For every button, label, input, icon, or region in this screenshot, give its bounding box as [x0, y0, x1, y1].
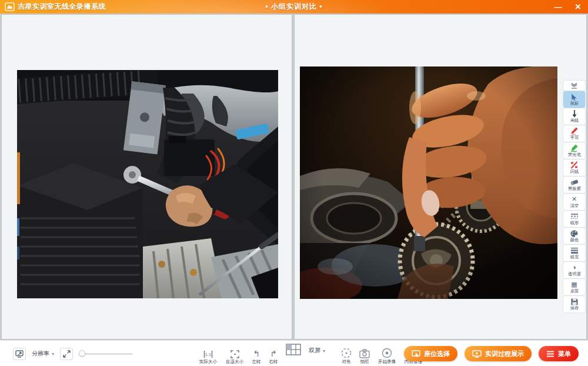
tool-label: 荧光笔	[567, 152, 580, 157]
fit-screen-icon	[230, 348, 239, 358]
slider-track	[79, 353, 133, 355]
rotate-right-icon: ↱	[270, 348, 277, 358]
tool-color[interactable]: 颜色	[563, 228, 585, 244]
tool-line-style[interactable]: 线形	[563, 211, 585, 227]
tool-label: 闪线	[570, 169, 579, 174]
rotate-right-button[interactable]: ↱ 右转	[269, 348, 278, 364]
resolution-dropdown[interactable]: 分辨率 ▾	[32, 350, 54, 358]
button-label: 左转	[252, 360, 260, 364]
tool-label: 黑板擦	[567, 187, 580, 191]
engine-bay-ratchet-repair-photo	[17, 70, 278, 298]
actual-size-button[interactable]: 1:1 实际大小	[199, 348, 218, 364]
button-label: 菜单	[558, 350, 571, 358]
tool-label: 手写	[570, 135, 579, 139]
screen-share-button[interactable]	[13, 348, 26, 360]
tool-label: 线宽	[570, 255, 579, 259]
tool-label: 画线	[570, 118, 579, 122]
focus-button[interactable]: 对焦	[341, 348, 352, 364]
annotation-toolbar: 鼠标 画线 手写 荧光笔	[563, 81, 585, 312]
tool-draw-line[interactable]: 画线	[563, 108, 585, 125]
screen-share-icon	[15, 350, 24, 358]
screen-layout-dropdown[interactable]: 双屏 ▾	[309, 347, 325, 355]
focus-icon	[341, 348, 352, 358]
tool-label: 线形	[570, 221, 579, 225]
title-bar: 吉星实训室无线全录播系统 • 小组实训对比 • — ✕	[0, 0, 588, 14]
fullscreen-button[interactable]	[60, 348, 73, 360]
handwriting-pen-icon	[570, 127, 578, 135]
close-button[interactable]: ✕	[568, 0, 588, 14]
resolution-label: 分辨率	[32, 350, 49, 358]
blackboard-eraser-icon	[570, 178, 579, 186]
record-icon	[382, 348, 392, 358]
bottom-toolbar: 分辨率 ▾ 1:1 实际大小	[0, 340, 588, 366]
tool-label: 保存	[570, 306, 579, 310]
fit-size-button[interactable]: 合适大小	[225, 348, 244, 364]
button-label: 实际大小	[199, 360, 217, 364]
tool-opacity[interactable]: ◑ 透明度	[563, 262, 585, 278]
button-label: 合适大小	[226, 360, 243, 364]
chevron-collapse-icon	[571, 83, 577, 89]
app-logo-icon	[5, 2, 15, 11]
seat-select-icon	[412, 350, 420, 358]
layout-label: 双屏	[309, 347, 320, 355]
gearbox-screwdriver-repair-photo	[300, 66, 557, 299]
sidebar-collapse-button[interactable]	[563, 81, 585, 91]
tool-clear[interactable]: ✕ 清空	[563, 194, 585, 210]
button-label: 右转	[269, 360, 278, 364]
button-label: 对焦	[342, 360, 350, 364]
tool-label: 鼠标	[570, 101, 579, 105]
line-width-icon	[570, 247, 579, 254]
button-label: 拍照	[360, 360, 369, 364]
draw-line-icon	[572, 110, 577, 118]
hamburger-menu-icon	[546, 351, 554, 357]
button-label: 实训过程展示	[485, 350, 524, 358]
one-to-one-icon: 1:1	[203, 348, 213, 358]
process-show-button[interactable]: 实训过程展示	[465, 346, 532, 361]
dashed-flash-line-icon	[570, 161, 578, 169]
page-title: • 小组实训对比 •	[265, 2, 322, 12]
compare-panel-left	[1, 14, 292, 340]
chevron-down-icon: ▾	[52, 351, 54, 357]
menu-button[interactable]: 菜单	[539, 346, 579, 361]
slider-handle[interactable]	[79, 350, 85, 357]
tool-flash-line[interactable]: 闪线	[563, 159, 585, 176]
button-label: 开始录像	[378, 360, 396, 364]
tool-mouse[interactable]: 鼠标	[563, 91, 585, 108]
tool-desktop[interactable]: ▦ 桌面	[563, 279, 585, 295]
tool-label: 透明度	[567, 272, 580, 276]
desktop-grid-icon: ▦	[571, 281, 577, 288]
button-label: 座位选择	[424, 350, 450, 358]
rotate-left-button[interactable]: ↰ 左转	[252, 348, 261, 364]
app-title: 吉星实训室无线全录播系统	[18, 2, 106, 12]
tool-eraser[interactable]: 黑板擦	[563, 177, 585, 193]
svg-text:1:1: 1:1	[205, 352, 211, 357]
opacity-icon: ◑	[572, 264, 576, 271]
camera-icon	[359, 348, 370, 358]
tool-handwriting[interactable]: 手写	[563, 125, 585, 142]
seat-select-button[interactable]: 座位选择	[404, 346, 457, 361]
snapshot-button[interactable]: 拍照	[359, 348, 370, 364]
mouse-cursor-icon	[571, 93, 577, 101]
layout-grid-icon	[286, 344, 301, 355]
tool-label: 桌面	[570, 289, 579, 293]
minimize-button[interactable]: —	[548, 0, 568, 14]
save-disk-icon	[571, 298, 578, 305]
tool-line-width[interactable]: 线宽	[563, 245, 585, 261]
color-palette-icon	[570, 229, 578, 237]
line-style-icon	[570, 212, 579, 220]
tool-highlighter[interactable]: 荧光笔	[563, 142, 585, 159]
monitor-present-icon	[472, 350, 482, 358]
zoom-slider[interactable]	[79, 350, 133, 358]
app-window: 吉星实训室无线全录播系统 • 小组实训对比 • — ✕	[0, 0, 588, 366]
tool-label: 清空	[570, 204, 579, 208]
layout-grid-button[interactable]	[286, 344, 301, 358]
start-record-button[interactable]: 开始录像	[377, 348, 396, 364]
chevron-down-icon: ▾	[323, 348, 325, 354]
tool-label: 颜色	[570, 238, 579, 242]
main-area: 鼠标 画线 手写 荧光笔	[0, 14, 588, 340]
clear-x-icon: ✕	[572, 195, 577, 203]
tool-save[interactable]: 保存	[563, 296, 585, 312]
compare-panel-right	[294, 14, 587, 340]
expand-arrows-icon	[63, 350, 71, 358]
rotate-left-icon: ↰	[253, 348, 260, 358]
